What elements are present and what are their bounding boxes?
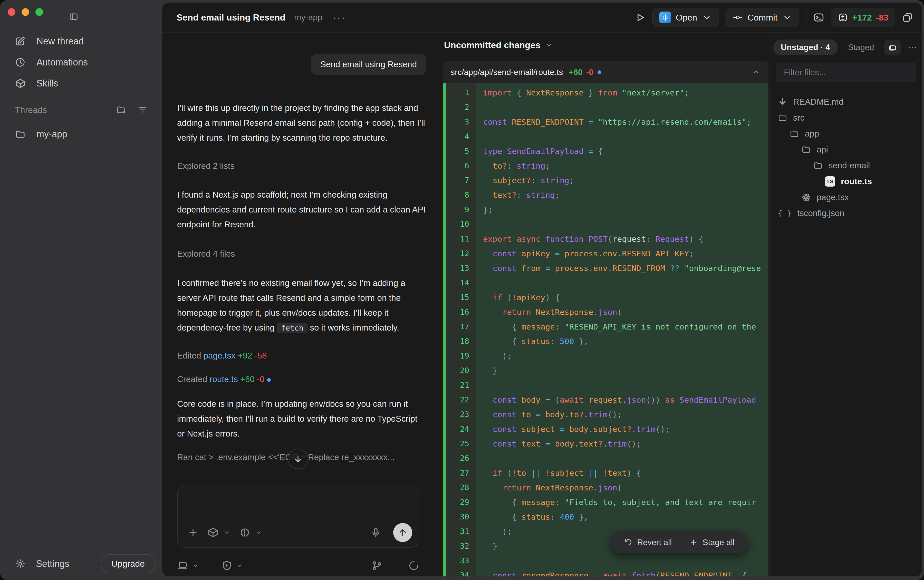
tree-item-page.tsx[interactable]: page.tsx <box>771 189 922 205</box>
tree-item-label: route.ts <box>841 176 872 186</box>
folder-icon <box>778 113 787 123</box>
filter-files-input[interactable] <box>776 63 916 82</box>
attach-icon[interactable] <box>187 527 199 538</box>
tab-staged[interactable]: Staged <box>848 43 874 52</box>
stage-actions: Revert all Stage all <box>610 531 748 553</box>
tree-item-src[interactable]: src <box>771 110 922 126</box>
filter-threads-icon[interactable] <box>138 105 148 115</box>
changes-header[interactable]: Uncommitted changes <box>444 40 553 50</box>
topbar: Send email using Resend my-app ··· Open … <box>162 3 922 33</box>
minimize-window-button[interactable] <box>21 8 29 16</box>
file-link[interactable]: page.tsx <box>204 351 236 360</box>
message-composer[interactable] <box>177 486 419 548</box>
mic-icon[interactable] <box>370 527 381 538</box>
tree-item-label: api <box>817 145 828 155</box>
model-cube-icon[interactable] <box>208 527 219 538</box>
code-line: 28 return NextResponse.json( <box>443 480 768 495</box>
code-line: 12 const apiKey = process.env.RESEND_API… <box>443 246 768 261</box>
permissions-shield-icon[interactable] <box>221 560 232 571</box>
chevron-down-icon <box>545 41 553 49</box>
settings-label: Settings <box>36 559 69 569</box>
thread-label: my-app <box>36 129 67 140</box>
file-link[interactable]: route.ts <box>210 374 238 384</box>
typescript-icon: TS <box>825 176 835 186</box>
code-line: 5type SendEmailPayload = { <box>443 144 768 158</box>
chevron-down-icon[interactable] <box>236 562 243 569</box>
chevron-down-icon[interactable] <box>192 562 199 569</box>
zoom-window-button[interactable] <box>35 8 43 16</box>
group-by-folder-button[interactable] <box>884 40 901 55</box>
file-tree-panel: Unstaged · 4 Staged README.mdsrcappapise… <box>770 33 922 577</box>
code-line: 4 <box>443 129 768 144</box>
diff-file-header[interactable]: src/app/api/send-email/route.ts +60 -0 <box>443 61 768 83</box>
code-line: 14 <box>443 275 768 290</box>
tree-item-README.md[interactable]: README.md <box>771 94 922 110</box>
commit-label: Commit <box>748 13 777 23</box>
code-line: 17 { message: "RESEND_API_KEY is not con… <box>443 319 768 334</box>
code-line: 33 <box>443 553 768 568</box>
code-line: 16 return NextResponse.json( <box>443 305 768 319</box>
created-file-summary[interactable]: Created route.ts +60 -0 <box>177 373 426 385</box>
code-line: 27 if (!to || !subject || !text) { <box>443 466 768 480</box>
revert-all-button[interactable]: Revert all <box>622 537 673 547</box>
upgrade-button[interactable]: Upgrade <box>100 554 156 573</box>
chevron-down-icon[interactable] <box>223 529 231 536</box>
settings-button[interactable]: Settings <box>15 559 69 569</box>
stage-all-button[interactable]: Stage all <box>688 537 736 547</box>
code-line: 22 const body = (await request.json()) a… <box>443 392 768 407</box>
code-line: 25 const text = body.text?.trim(); <box>443 436 768 451</box>
terminal-icon[interactable] <box>813 12 824 23</box>
code-line: 20 } <box>443 363 768 378</box>
sidebar-item-automations[interactable]: Automations <box>0 52 162 73</box>
sidebar-item-new-thread[interactable]: New thread <box>0 31 162 52</box>
tree-item-label: app <box>805 129 819 138</box>
send-button[interactable] <box>393 523 412 542</box>
code-line: 10 <box>443 217 768 231</box>
composer-settings-row <box>177 560 419 571</box>
open-button[interactable]: Open <box>652 8 719 27</box>
thread-item-my-app[interactable]: my-app <box>0 124 162 145</box>
finder-icon <box>659 12 671 23</box>
collapse-icon[interactable] <box>752 68 761 76</box>
tree-item-tsconfig.json[interactable]: { }tsconfig.json <box>771 205 922 221</box>
diff-stats-button[interactable]: +172 -83 <box>831 8 895 27</box>
sidebar-item-skills[interactable]: Skills <box>0 73 162 94</box>
loading-spinner-icon <box>408 560 419 571</box>
git-branch-icon[interactable] <box>371 560 382 571</box>
commit-button[interactable]: Commit <box>726 8 799 27</box>
run-icon[interactable] <box>634 12 646 23</box>
scroll-to-bottom-button[interactable] <box>288 448 308 469</box>
explored-summary[interactable]: Explored 2 lists <box>177 160 426 172</box>
assistant-paragraph: I’ll wire this up directly in the projec… <box>177 101 426 145</box>
tab-unstaged[interactable]: Unstaged · 4 <box>773 40 838 55</box>
thread-project: my-app <box>294 13 322 22</box>
picture-in-picture-icon[interactable] <box>902 12 913 23</box>
assistant-paragraph: I confirmed there’s no existing email fl… <box>177 276 426 335</box>
topbar-divider <box>806 10 807 25</box>
added-count: +60 <box>569 68 583 77</box>
explored-summary[interactable]: Explored 4 files <box>177 248 426 260</box>
app-window: New thread Automations Skills Threads my… <box>0 0 924 580</box>
panel-divider <box>441 33 441 577</box>
sidebar: New thread Automations Skills Threads my… <box>0 0 162 580</box>
chevron-down-icon[interactable] <box>255 529 262 536</box>
machine-icon[interactable] <box>177 560 188 571</box>
close-window-button[interactable] <box>8 8 15 16</box>
main-panel: Send email using Resend my-app ··· Open … <box>162 3 922 577</box>
tree-item-api[interactable]: api <box>771 142 922 158</box>
code-line: 29 { message: "Fields to, subject, and t… <box>443 495 768 509</box>
more-options-icon[interactable] <box>908 42 918 53</box>
tree-item-route.ts[interactable]: TSroute.ts <box>771 173 922 189</box>
code-line: 23 const to = body.to?.trim(); <box>443 407 768 422</box>
thread-more-icon[interactable]: ··· <box>333 12 346 23</box>
tree-item-app[interactable]: app <box>771 126 922 142</box>
new-folder-icon[interactable] <box>116 105 126 115</box>
package-icon <box>15 78 26 89</box>
tree-item-send-email[interactable]: send-email <box>771 158 922 173</box>
reasoning-icon[interactable] <box>239 527 250 538</box>
sidebar-toggle-icon[interactable] <box>69 12 79 21</box>
code-line: 21 <box>443 378 768 392</box>
edited-file-summary[interactable]: Edited page.tsx +92 -58 <box>177 350 426 362</box>
code-line: 24 const subject = body.subject?.trim(); <box>443 422 768 436</box>
sidebar-item-label: Automations <box>36 57 88 68</box>
